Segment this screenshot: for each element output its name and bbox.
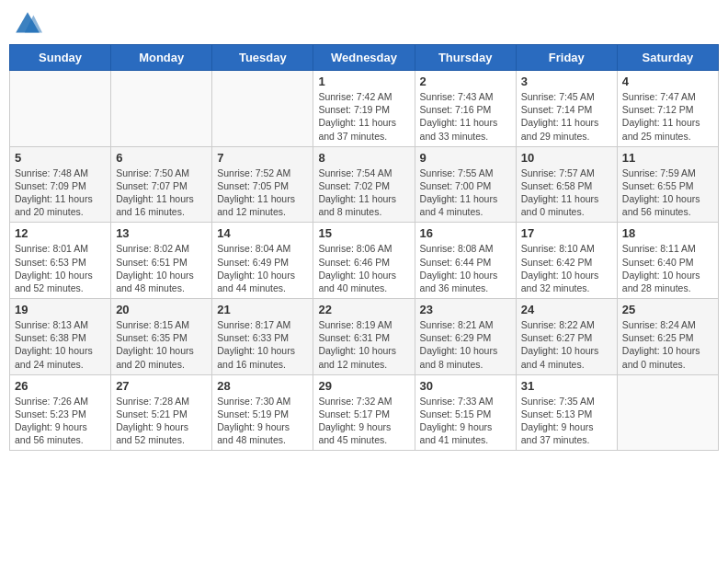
calendar-cell: 20Sunrise: 8:15 AM Sunset: 6:35 PM Dayli…: [111, 299, 212, 375]
day-number: 18: [622, 226, 713, 240]
calendar-cell: 31Sunrise: 7:35 AM Sunset: 5:13 PM Dayli…: [516, 374, 617, 451]
calendar-cell: 7Sunrise: 7:52 AM Sunset: 7:05 PM Daylig…: [212, 146, 313, 223]
day-number: 29: [318, 379, 409, 393]
calendar-cell: [111, 71, 212, 147]
day-info: Sunrise: 7:52 AM Sunset: 7:05 PM Dayligh…: [217, 167, 308, 219]
day-number: 22: [318, 303, 409, 316]
calendar-cell: 11Sunrise: 7:59 AM Sunset: 6:55 PM Dayli…: [617, 146, 718, 223]
day-number: 3: [521, 75, 612, 88]
day-header-friday: Friday: [516, 45, 617, 71]
calendar-cell: 9Sunrise: 7:55 AM Sunset: 7:00 PM Daylig…: [415, 146, 516, 223]
day-info: Sunrise: 8:04 AM Sunset: 6:49 PM Dayligh…: [217, 242, 308, 294]
day-number: 30: [420, 379, 511, 393]
day-header-monday: Monday: [111, 45, 212, 71]
calendar-week-row: 1Sunrise: 7:42 AM Sunset: 7:19 PM Daylig…: [10, 71, 719, 147]
calendar-week-row: 5Sunrise: 7:48 AM Sunset: 7:09 PM Daylig…: [10, 146, 719, 223]
day-info: Sunrise: 8:15 AM Sunset: 6:35 PM Dayligh…: [116, 318, 207, 371]
day-info: Sunrise: 7:35 AM Sunset: 5:13 PM Dayligh…: [521, 395, 612, 447]
day-number: 6: [116, 151, 207, 165]
day-number: 25: [622, 303, 713, 316]
calendar-cell: 17Sunrise: 8:10 AM Sunset: 6:42 PM Dayli…: [516, 223, 617, 299]
day-info: Sunrise: 8:24 AM Sunset: 6:25 PM Dayligh…: [622, 318, 713, 371]
calendar-cell: 26Sunrise: 7:26 AM Sunset: 5:23 PM Dayli…: [10, 374, 111, 451]
calendar-cell: 12Sunrise: 8:01 AM Sunset: 6:53 PM Dayli…: [10, 223, 111, 299]
day-info: Sunrise: 7:45 AM Sunset: 7:14 PM Dayligh…: [521, 90, 612, 143]
day-info: Sunrise: 8:01 AM Sunset: 6:53 PM Dayligh…: [15, 242, 106, 294]
day-number: 31: [521, 379, 612, 393]
day-number: 12: [15, 226, 106, 240]
calendar-cell: [10, 71, 111, 147]
day-header-tuesday: Tuesday: [212, 45, 313, 71]
day-number: 9: [420, 151, 511, 165]
day-info: Sunrise: 8:11 AM Sunset: 6:40 PM Dayligh…: [622, 242, 713, 294]
day-info: Sunrise: 7:59 AM Sunset: 6:55 PM Dayligh…: [622, 167, 713, 219]
day-number: 8: [318, 151, 409, 165]
day-info: Sunrise: 8:19 AM Sunset: 6:31 PM Dayligh…: [318, 318, 409, 371]
day-info: Sunrise: 7:28 AM Sunset: 5:21 PM Dayligh…: [116, 395, 207, 447]
day-number: 16: [420, 226, 511, 240]
calendar-cell: 3Sunrise: 7:45 AM Sunset: 7:14 PM Daylig…: [516, 71, 617, 147]
day-number: 24: [521, 303, 612, 316]
calendar-cell: 15Sunrise: 8:06 AM Sunset: 6:46 PM Dayli…: [313, 223, 415, 299]
calendar-cell: 30Sunrise: 7:33 AM Sunset: 5:15 PM Dayli…: [415, 374, 516, 451]
day-info: Sunrise: 7:47 AM Sunset: 7:12 PM Dayligh…: [622, 90, 713, 143]
calendar-cell: [212, 71, 313, 147]
day-number: 28: [217, 379, 308, 393]
day-number: 21: [217, 303, 308, 316]
calendar-cell: 27Sunrise: 7:28 AM Sunset: 5:21 PM Dayli…: [111, 374, 212, 451]
day-header-saturday: Saturday: [617, 45, 718, 71]
day-info: Sunrise: 8:13 AM Sunset: 6:38 PM Dayligh…: [15, 318, 106, 371]
day-number: 17: [521, 226, 612, 240]
calendar-cell: 8Sunrise: 7:54 AM Sunset: 7:02 PM Daylig…: [313, 146, 415, 223]
calendar-cell: 22Sunrise: 8:19 AM Sunset: 6:31 PM Dayli…: [313, 299, 415, 375]
calendar-cell: 29Sunrise: 7:32 AM Sunset: 5:17 PM Dayli…: [313, 374, 415, 451]
calendar-header-row: SundayMondayTuesdayWednesdayThursdayFrid…: [10, 45, 719, 71]
logo: [13, 9, 46, 39]
day-info: Sunrise: 7:50 AM Sunset: 7:07 PM Dayligh…: [116, 167, 207, 219]
day-info: Sunrise: 7:43 AM Sunset: 7:16 PM Dayligh…: [420, 90, 511, 143]
day-number: 7: [217, 151, 308, 165]
day-info: Sunrise: 7:26 AM Sunset: 5:23 PM Dayligh…: [15, 395, 106, 447]
calendar-cell: 23Sunrise: 8:21 AM Sunset: 6:29 PM Dayli…: [415, 299, 516, 375]
calendar-week-row: 12Sunrise: 8:01 AM Sunset: 6:53 PM Dayli…: [10, 223, 719, 299]
day-number: 19: [15, 303, 106, 316]
calendar-cell: 14Sunrise: 8:04 AM Sunset: 6:49 PM Dayli…: [212, 223, 313, 299]
calendar-cell: 19Sunrise: 8:13 AM Sunset: 6:38 PM Dayli…: [10, 299, 111, 375]
day-number: 26: [15, 379, 106, 393]
day-number: 20: [116, 303, 207, 316]
calendar-cell: 16Sunrise: 8:08 AM Sunset: 6:44 PM Dayli…: [415, 223, 516, 299]
calendar-cell: 13Sunrise: 8:02 AM Sunset: 6:51 PM Dayli…: [111, 223, 212, 299]
day-info: Sunrise: 7:33 AM Sunset: 5:15 PM Dayligh…: [420, 395, 511, 447]
calendar-week-row: 19Sunrise: 8:13 AM Sunset: 6:38 PM Dayli…: [10, 299, 719, 375]
day-number: 1: [318, 75, 409, 88]
day-info: Sunrise: 8:08 AM Sunset: 6:44 PM Dayligh…: [420, 242, 511, 294]
calendar-cell: 5Sunrise: 7:48 AM Sunset: 7:09 PM Daylig…: [10, 146, 111, 223]
calendar-cell: 25Sunrise: 8:24 AM Sunset: 6:25 PM Dayli…: [617, 299, 718, 375]
day-info: Sunrise: 7:54 AM Sunset: 7:02 PM Dayligh…: [318, 167, 409, 219]
day-info: Sunrise: 8:22 AM Sunset: 6:27 PM Dayligh…: [521, 318, 612, 371]
day-number: 15: [318, 226, 409, 240]
day-header-thursday: Thursday: [415, 45, 516, 71]
day-info: Sunrise: 8:06 AM Sunset: 6:46 PM Dayligh…: [318, 242, 409, 294]
day-info: Sunrise: 8:17 AM Sunset: 6:33 PM Dayligh…: [217, 318, 308, 371]
calendar-cell: 1Sunrise: 7:42 AM Sunset: 7:19 PM Daylig…: [313, 71, 415, 147]
calendar-cell: [617, 374, 718, 451]
calendar-cell: 28Sunrise: 7:30 AM Sunset: 5:19 PM Dayli…: [212, 374, 313, 451]
calendar-cell: 24Sunrise: 8:22 AM Sunset: 6:27 PM Dayli…: [516, 299, 617, 375]
calendar-cell: 18Sunrise: 8:11 AM Sunset: 6:40 PM Dayli…: [617, 223, 718, 299]
day-info: Sunrise: 7:32 AM Sunset: 5:17 PM Dayligh…: [318, 395, 409, 447]
calendar-table: SundayMondayTuesdayWednesdayThursdayFrid…: [9, 44, 719, 451]
calendar-cell: 21Sunrise: 8:17 AM Sunset: 6:33 PM Dayli…: [212, 299, 313, 375]
day-info: Sunrise: 8:21 AM Sunset: 6:29 PM Dayligh…: [420, 318, 511, 371]
day-info: Sunrise: 7:57 AM Sunset: 6:58 PM Dayligh…: [521, 167, 612, 219]
day-number: 13: [116, 226, 207, 240]
day-number: 2: [420, 75, 511, 88]
calendar-cell: 2Sunrise: 7:43 AM Sunset: 7:16 PM Daylig…: [415, 71, 516, 147]
day-number: 11: [622, 151, 713, 165]
calendar-week-row: 26Sunrise: 7:26 AM Sunset: 5:23 PM Dayli…: [10, 374, 719, 451]
day-number: 27: [116, 379, 207, 393]
day-info: Sunrise: 7:55 AM Sunset: 7:00 PM Dayligh…: [420, 167, 511, 219]
day-header-wednesday: Wednesday: [313, 45, 415, 71]
calendar-cell: 4Sunrise: 7:47 AM Sunset: 7:12 PM Daylig…: [617, 71, 718, 147]
calendar-cell: 10Sunrise: 7:57 AM Sunset: 6:58 PM Dayli…: [516, 146, 617, 223]
